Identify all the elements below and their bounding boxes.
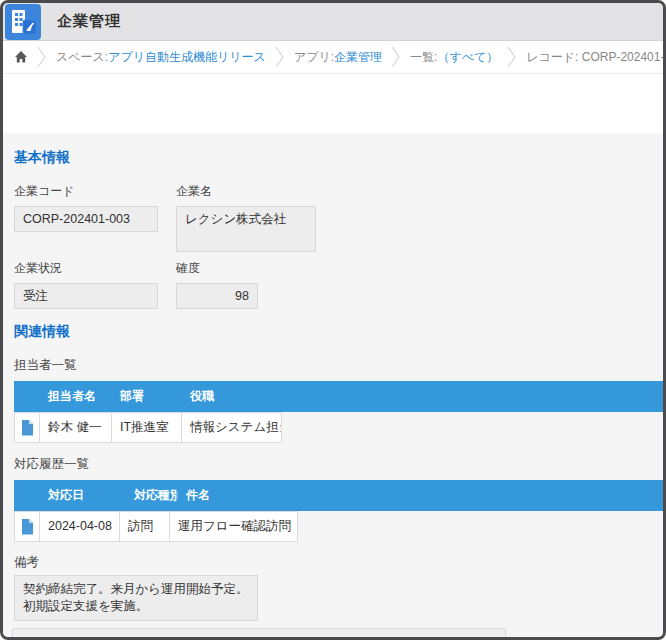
history-header-subject: 件名 <box>178 480 289 511</box>
contacts-table-header: 担当者名 部署 役職 <box>14 381 663 412</box>
contacts-header-role: 役職 <box>182 381 267 412</box>
building-icon <box>5 4 41 40</box>
app-icon[interactable] <box>5 4 41 40</box>
breadcrumb-app-link[interactable]: 企業管理 <box>334 49 382 66</box>
next-panel-edge <box>12 628 506 640</box>
chevron-right-icon <box>275 46 285 68</box>
home-icon[interactable] <box>14 50 28 64</box>
company-name-value: レクシン株式会社 <box>176 206 316 252</box>
chevron-right-icon <box>507 46 517 68</box>
history-table: 対応日 対応種別 件名 2024-04-08 訪問 運用フロー確認訪問 <box>14 480 663 542</box>
app-window: 企業管理 スペース: アプリ自動生成機能リリース アプリ: 企業管理 一覧: （… <box>0 0 666 640</box>
breadcrumb-space-prefix: スペース: <box>56 49 108 66</box>
breadcrumb-view-link[interactable]: （すべて） <box>437 49 498 66</box>
contact-name-cell: 鈴木 健一 <box>40 412 112 443</box>
breadcrumb: スペース: アプリ自動生成機能リリース アプリ: 企業管理 一覧: （すべて） … <box>3 41 663 74</box>
table-row: 鈴木 健一 IT推進室 情報システム担当 <box>14 412 663 443</box>
contacts-header-dept: 部署 <box>112 381 182 412</box>
history-header-type: 対応種別 <box>126 480 178 511</box>
titlebar: 企業管理 <box>3 3 663 41</box>
company-code-value: CORP-202401-003 <box>14 206 158 232</box>
history-table-label: 対応履歴一覧 <box>14 457 663 472</box>
section-heading-basic: 基本情報 <box>14 149 663 165</box>
breadcrumb-view-prefix: 一覧: <box>410 49 437 66</box>
field-value-row: CORP-202401-003 レクシン株式会社 <box>14 206 663 252</box>
history-date-cell: 2024-04-08 <box>40 511 120 542</box>
company-status-value: 受注 <box>14 283 158 309</box>
toolbar-area <box>3 74 663 133</box>
contacts-header-icon-col <box>14 381 40 412</box>
record-link-icon[interactable] <box>14 412 40 443</box>
document-icon <box>21 519 34 535</box>
record-link-icon[interactable] <box>14 511 40 542</box>
contact-role-cell: 情報システム担当 <box>182 412 282 443</box>
remarks-value: 契約締結完了。来月から運用開始予定。初期設定支援を実施。 <box>14 575 258 621</box>
table-row: 2024-04-08 訪問 運用フロー確認訪問 <box>14 511 663 542</box>
remarks-label: 備考 <box>14 555 663 570</box>
breadcrumb-record: レコード: CORP-202401-003 <box>526 49 666 66</box>
record-detail: 基本情報 企業コード 企業名 CORP-202401-003 レクシン株式会社 … <box>3 133 663 637</box>
probability-label: 確度 <box>176 261 200 276</box>
chevron-right-icon <box>37 46 47 68</box>
section-heading-related: 関連情報 <box>14 323 663 339</box>
contact-dept-cell: IT推進室 <box>112 412 182 443</box>
field-label-row: 企業コード 企業名 <box>14 184 663 199</box>
company-code-label: 企業コード <box>14 184 158 199</box>
contacts-header-name: 担当者名 <box>40 381 112 412</box>
contacts-table-label: 担当者一覧 <box>14 358 663 373</box>
breadcrumb-app-prefix: アプリ: <box>294 49 334 66</box>
document-icon <box>21 420 34 436</box>
history-header-icon-col <box>14 480 40 511</box>
history-table-header: 対応日 対応種別 件名 <box>14 480 663 511</box>
contacts-table: 担当者名 部署 役職 鈴木 健一 IT推進室 情報システム担当 <box>14 381 663 443</box>
history-subject-cell: 運用フロー確認訪問 <box>170 511 298 542</box>
page-title: 企業管理 <box>57 12 121 31</box>
field-value-row: 受注 98 <box>14 283 663 309</box>
history-type-cell: 訪問 <box>120 511 170 542</box>
field-label-row: 企業状況 確度 <box>14 261 663 276</box>
company-status-label: 企業状況 <box>14 261 158 276</box>
company-name-label: 企業名 <box>176 184 316 199</box>
history-header-date: 対応日 <box>40 480 126 511</box>
probability-value: 98 <box>176 283 258 309</box>
chevron-right-icon <box>391 46 401 68</box>
breadcrumb-space-link[interactable]: アプリ自動生成機能リリース <box>108 49 266 66</box>
